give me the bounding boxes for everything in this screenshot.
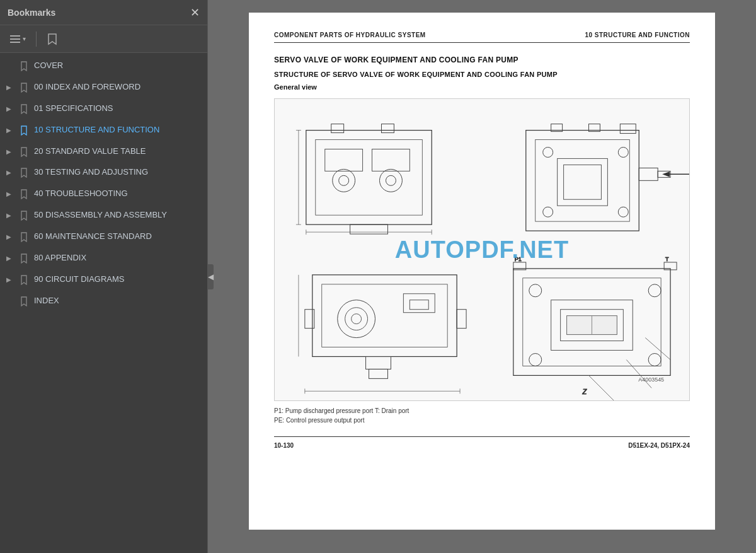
expand-arrow-20-standard[interactable]: ▶ xyxy=(6,148,16,156)
svg-rect-4 xyxy=(316,140,422,216)
svg-text:Z: Z xyxy=(582,388,587,395)
bookmark-icon-01-specs xyxy=(20,104,30,117)
expand-arrow-01-specs[interactable]: ▶ xyxy=(6,105,16,113)
sidebar: Bookmarks ✕ ▾ COVER▶00 INDEX AND FOREWOR… xyxy=(0,0,208,553)
svg-point-8 xyxy=(339,175,349,185)
svg-point-9 xyxy=(379,169,402,192)
svg-rect-45 xyxy=(457,310,466,329)
bookmark-icon-10-structure xyxy=(20,125,30,139)
svg-rect-41 xyxy=(410,300,428,310)
collapse-panel-button[interactable]: ◀ xyxy=(207,264,214,289)
svg-rect-21 xyxy=(536,140,630,222)
svg-rect-6 xyxy=(372,149,410,171)
svg-rect-28 xyxy=(639,168,658,180)
svg-rect-0 xyxy=(10,35,20,37)
expand-arrow-30-testing[interactable]: ▶ xyxy=(6,168,16,177)
sidebar-toolbar: ▾ xyxy=(0,25,207,53)
svg-point-52 xyxy=(529,284,542,297)
page-number: 10-130 xyxy=(274,442,294,449)
bookmark-item-80-appendix[interactable]: ▶80 APPENDIX xyxy=(0,249,207,271)
svg-rect-34 xyxy=(620,124,636,134)
bookmark-icon-50-disassembly xyxy=(20,211,30,224)
bookmark-item-40-trouble[interactable]: ▶40 TROUBLESHOOTING xyxy=(0,185,207,206)
bookmark-label-index: INDEX xyxy=(34,296,202,306)
bookmark-item-01-specs[interactable]: ▶01 SPECIFICATIONS xyxy=(0,100,207,121)
svg-point-24 xyxy=(543,207,553,217)
svg-rect-3 xyxy=(306,131,432,225)
bookmark-icon-60-maintenance xyxy=(20,232,30,245)
svg-point-55 xyxy=(648,354,661,366)
bookmark-icon-90-circuit xyxy=(20,275,30,288)
bookmark-item-00-index[interactable]: ▶00 INDEX AND FOREWORD xyxy=(0,78,207,100)
svg-rect-26 xyxy=(558,158,608,206)
svg-text:T: T xyxy=(665,256,669,262)
svg-text:A4003545: A4003545 xyxy=(638,376,664,383)
bookmark-item-30-testing[interactable]: ▶30 TESTING AND ADJUSTING xyxy=(0,163,207,185)
bookmark-icon-40-trouble xyxy=(20,189,30,202)
general-view-label: General view xyxy=(274,83,690,91)
expand-arrow-90-circuit[interactable]: ▶ xyxy=(6,276,16,284)
bookmark-label-90-circuit: 90 CIRCUIT DIAGRAMS xyxy=(34,274,202,285)
diagram-area: AUTOPDF.NET xyxy=(274,98,690,401)
svg-point-54 xyxy=(529,354,542,366)
svg-rect-42 xyxy=(366,356,391,369)
document-id: D51EX-24, D51PX-24 xyxy=(628,442,690,449)
svg-rect-12 xyxy=(381,124,394,133)
page-header-left: COMPONENT PARTS OF HYDRAULIC SYSTEM xyxy=(274,32,426,38)
svg-rect-2 xyxy=(10,42,20,43)
bookmark-icon-cover xyxy=(20,61,30,74)
bookmark-icon-00-index xyxy=(20,83,30,96)
svg-rect-43 xyxy=(369,369,388,378)
bookmark-item-index[interactable]: INDEX xyxy=(0,292,207,313)
page-header-right: 10 STRUCTURE AND FUNCTION xyxy=(585,32,690,38)
expand-arrow-00-index[interactable]: ▶ xyxy=(6,83,16,91)
bookmark-item-90-circuit[interactable]: ▶90 CIRCUIT DIAGRAMS xyxy=(0,271,207,292)
svg-point-38 xyxy=(345,308,368,330)
svg-point-25 xyxy=(618,207,628,217)
page-container: COMPONENT PARTS OF HYDRAULIC SYSTEM 10 S… xyxy=(249,13,715,530)
bookmark-item-20-standard[interactable]: ▶20 STANDARD VALUE TABLE xyxy=(0,143,207,164)
bookmark-item-50-disassembly[interactable]: ▶50 DISASSEMBLY AND ASSEMBLY xyxy=(0,206,207,228)
bookmark-item-cover[interactable]: COVER xyxy=(0,57,207,78)
svg-rect-44 xyxy=(305,310,314,329)
section-title: SERVO VALVE OF WORK EQUIPMENT AND COOLIN… xyxy=(274,55,690,64)
svg-rect-27 xyxy=(564,165,602,199)
bookmark-icon-30-testing xyxy=(20,168,30,181)
svg-point-53 xyxy=(648,284,661,297)
svg-point-37 xyxy=(338,300,375,338)
bookmark-list: COVER▶00 INDEX AND FOREWORD▶01 SPECIFICA… xyxy=(0,53,207,553)
bookmark-item-60-maintenance[interactable]: ▶60 MAINTENANCE STANDARD xyxy=(0,228,207,249)
svg-point-7 xyxy=(333,169,355,192)
bookmark-label-01-specs: 01 SPECIFICATIONS xyxy=(34,103,202,114)
bookmark-label-30-testing: 30 TESTING AND ADJUSTING xyxy=(34,167,202,178)
svg-point-39 xyxy=(352,314,362,324)
svg-rect-19 xyxy=(350,224,388,234)
main-content: COMPONENT PARTS OF HYDRAULIC SYSTEM 10 S… xyxy=(208,0,756,553)
expand-arrow-40-trouble[interactable]: ▶ xyxy=(6,190,16,198)
bookmark-label-cover: COVER xyxy=(34,61,202,71)
bookmark-label-10-structure: 10 STRUCTURE AND FUNCTION xyxy=(34,125,202,136)
page-header: COMPONENT PARTS OF HYDRAULIC SYSTEM 10 S… xyxy=(274,32,690,43)
expand-arrow-60-maintenance[interactable]: ▶ xyxy=(6,233,16,241)
diagram-caption: P1: Pump discharged pressure port T: Dra… xyxy=(274,407,690,414)
bookmark-icon-button[interactable] xyxy=(44,30,60,48)
svg-line-64 xyxy=(588,375,614,400)
svg-line-65 xyxy=(626,359,651,388)
svg-point-23 xyxy=(618,147,628,157)
svg-rect-1 xyxy=(10,38,20,40)
expand-arrow-50-disassembly[interactable]: ▶ xyxy=(6,211,16,219)
bookmark-icon-20-standard xyxy=(20,147,30,160)
svg-point-22 xyxy=(543,147,553,157)
page-footer: 10-130 D51EX-24, D51PX-24 xyxy=(274,436,690,449)
expand-arrow-10-structure[interactable]: ▶ xyxy=(6,126,16,134)
close-button[interactable]: ✕ xyxy=(190,7,200,18)
diagram-caption-2: PE: Control pressure output port xyxy=(274,417,690,424)
list-view-button[interactable]: ▾ xyxy=(6,30,28,48)
section-subtitle: STRUCTURE OF SERVO VALVE OF WORK EQUIPME… xyxy=(274,71,690,78)
expand-arrow-80-appendix[interactable]: ▶ xyxy=(6,254,16,262)
sidebar-title: Bookmarks xyxy=(8,8,55,18)
bookmark-item-10-structure[interactable]: ▶10 STRUCTURE AND FUNCTION xyxy=(0,121,207,143)
svg-point-10 xyxy=(386,175,396,185)
bookmark-icon-80-appendix xyxy=(20,253,30,267)
svg-rect-35 xyxy=(312,275,457,357)
